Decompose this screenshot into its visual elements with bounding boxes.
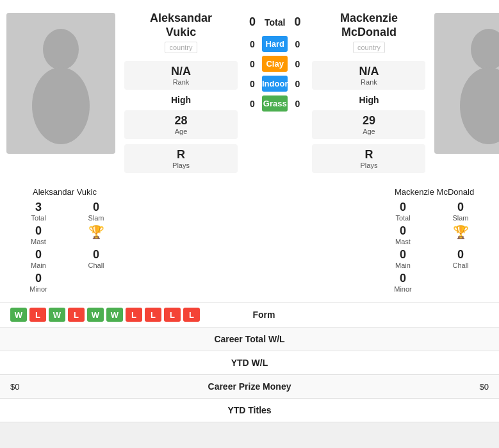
svg-point-1 (32, 67, 90, 144)
right-minor-cell: 0 Minor (377, 272, 429, 293)
left-main-cell: 0 Main (13, 248, 64, 269)
left-slam-cell: 0 Slam (70, 201, 122, 222)
right-slam-cell: 0 Slam (435, 201, 486, 222)
form-badge-5: W (106, 308, 123, 322)
form-badge-2: W (49, 308, 65, 322)
form-badge-3: L (68, 308, 85, 322)
right-rank-panel: N/A Rank (312, 61, 425, 90)
left-player-name: Aleksandar Vukic (150, 12, 212, 39)
right-player-info: Mackenzie McDonald country N/A Rank High… (309, 6, 428, 181)
right-age-panel: 29 Age (312, 110, 425, 139)
indoor-score-right: 0 (288, 79, 307, 89)
total-row: 0 Total 0 (243, 15, 307, 29)
left-country: country (165, 42, 197, 53)
svg-point-0 (43, 29, 79, 70)
form-badge-9: L (183, 308, 200, 322)
left-trophy-icon: 🏆 (88, 224, 104, 240)
players-section: Aleksandar Vukic country N/A Rank High 2… (0, 0, 499, 187)
left-plays-panel: R Plays (124, 144, 238, 173)
stat-row-left-2: $0 (10, 382, 170, 392)
left-player-info: Aleksandar Vukic country N/A Rank High 2… (122, 6, 240, 181)
player-names-row: Aleksandar Vukic Mackenzie McDonald (0, 187, 499, 201)
left-rank-label: Rank (173, 78, 190, 86)
svg-point-3 (460, 67, 499, 144)
right-main-cell: 0 Main (377, 248, 429, 269)
left-plays-label: Plays (172, 162, 190, 169)
left-rank-value: N/A (171, 65, 191, 78)
grass-score-left: 0 (243, 99, 262, 109)
left-minor-cell: 0 Minor (13, 272, 64, 293)
left-player-photo (6, 13, 115, 154)
center-panel: 0 Total 0 0 Hard 0 0 Clay 0 0 Indoor 0 (240, 6, 309, 181)
stat-row-right-2: $0 (329, 382, 489, 392)
left-mast-cell: 0 Mast (13, 224, 64, 245)
right-plays-label: Plays (360, 162, 377, 169)
total-label: Total (262, 17, 288, 28)
clay-row: 0 Clay 0 (243, 56, 307, 72)
right-total-cell: 0 Total (377, 201, 429, 222)
total-score-left: 0 (243, 15, 262, 29)
right-high: High (359, 95, 379, 105)
total-score-right: 0 (288, 15, 307, 29)
form-badges: WLWLWWLLLL (10, 308, 200, 322)
stat-row-3: YTD Titles (0, 399, 499, 422)
form-badge-7: L (145, 308, 161, 322)
left-player-name-below: Aleksandar Vukic (10, 187, 119, 197)
indoor-btn: Indoor (262, 76, 288, 92)
clay-score-right: 0 (288, 59, 307, 69)
hard-row: 0 Hard 0 (243, 36, 307, 52)
bottom-section: WLWLWWLLLL Form Career Total W/L YTD W/L… (0, 302, 499, 422)
right-rank-value: N/A (359, 65, 379, 78)
right-plays-value: R (364, 148, 373, 162)
grass-btn: Grass (262, 95, 288, 112)
right-player-name: Mackenzie McDonald (340, 12, 398, 39)
form-badge-0: W (10, 308, 27, 322)
clay-score-left: 0 (243, 59, 262, 69)
left-bottom-stats: 3 Total 0 Slam 0 Mast 🏆 0 Main 0 Chall (13, 201, 122, 293)
form-label: Form (200, 310, 328, 320)
stat-row-label-0: Career Total W/L (170, 334, 329, 344)
hard-score-left: 0 (243, 39, 262, 49)
indoor-score-left: 0 (243, 79, 262, 89)
hard-btn: Hard (262, 36, 288, 52)
stat-rows-container: Career Total W/L YTD W/L $0 Career Prize… (0, 328, 499, 422)
grass-score-right: 0 (288, 99, 307, 109)
bottom-stats-row: 3 Total 0 Slam 0 Mast 🏆 0 Main 0 Chall (0, 201, 499, 299)
form-row: WLWLWWLLLL Form (0, 303, 499, 328)
right-player-photo (434, 13, 499, 154)
stat-row-label-3: YTD Titles (170, 405, 329, 415)
form-badge-4: W (87, 308, 104, 322)
right-age-label: Age (363, 128, 375, 135)
grass-row: 0 Grass 0 (243, 95, 307, 112)
left-plays-value: R (177, 148, 185, 162)
left-high: High (171, 95, 191, 105)
right-trophy-icon: 🏆 (453, 224, 469, 240)
stat-row-label-1: YTD W/L (170, 358, 329, 368)
indoor-row: 0 Indoor 0 (243, 76, 307, 92)
left-age-panel: 28 Age (124, 110, 238, 139)
left-chall-cell: 0 Chall (70, 248, 122, 269)
left-age-value: 28 (174, 114, 187, 128)
main-container: Aleksandar Vukic country N/A Rank High 2… (0, 0, 499, 422)
clay-btn: Clay (262, 56, 288, 72)
form-badge-6: L (126, 308, 142, 322)
svg-point-2 (471, 29, 499, 70)
right-age-value: 29 (363, 114, 375, 128)
left-rank-panel: N/A Rank (124, 61, 238, 90)
left-age-label: Age (175, 128, 188, 135)
right-plays-panel: R Plays (312, 144, 425, 173)
right-player-name-below: Mackenzie McDonald (380, 187, 489, 197)
right-mast-cell: 0 Mast (377, 224, 429, 245)
form-badge-8: L (164, 308, 181, 322)
stat-row-1: YTD W/L (0, 351, 499, 375)
hard-score-right: 0 (288, 39, 307, 49)
stat-row-2: $0 Career Prize Money $0 (0, 375, 499, 399)
stat-row-0: Career Total W/L (0, 328, 499, 351)
left-total-cell: 3 Total (13, 201, 64, 222)
right-bottom-stats: 0 Total 0 Slam 0 Mast 🏆 0 Main 0 Chall (377, 201, 486, 293)
right-rank-label: Rank (361, 78, 377, 86)
stat-row-label-2: Career Prize Money (170, 381, 329, 392)
right-country: country (353, 42, 385, 53)
right-chall-cell: 0 Chall (435, 248, 486, 269)
form-badge-1: L (29, 308, 46, 322)
